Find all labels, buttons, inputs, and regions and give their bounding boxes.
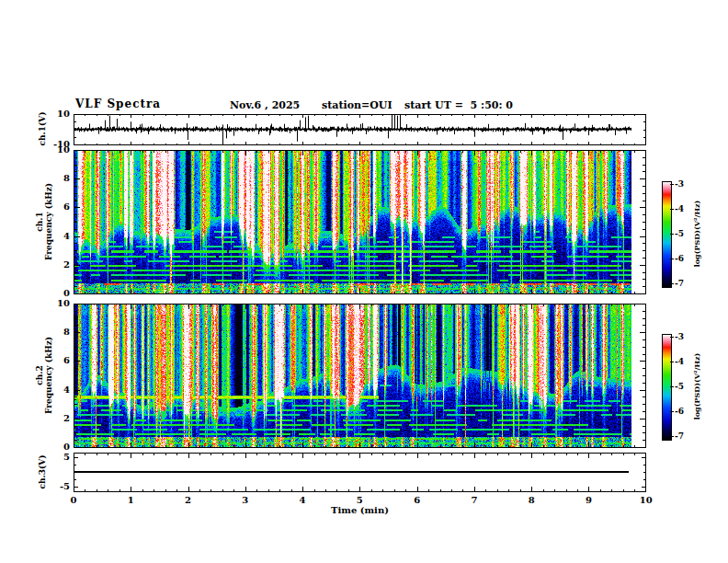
ch1-freq-tick-label: 4 <box>40 231 70 241</box>
ch2-freq-tick-label: 8 <box>40 327 70 337</box>
figure-date: Nov.6 , 2025 <box>230 99 300 111</box>
colorbar-ch2 <box>662 334 672 441</box>
freq-unit-label: Frequency (kHz) <box>44 337 53 414</box>
colorbar-tick-label: -4 <box>675 204 684 213</box>
time-tick-label: 10 <box>628 495 665 505</box>
colorbar-tick-mark <box>670 337 674 338</box>
ch3-volt-tick-label: 5 <box>40 452 70 462</box>
ch3-volt-tick-label: -5 <box>40 481 70 491</box>
colorbar-tick-label: -5 <box>675 229 684 238</box>
colorbar-tick-label: -7 <box>675 279 684 288</box>
colorbar-ch2-label: log(PSD)(V²/Hz) <box>692 353 701 420</box>
ch1-freq-axis-label: ch.1 Frequency (kHz) <box>35 183 53 260</box>
time-tick-label: 7 <box>456 495 493 505</box>
ch2-freq-tick-label: 4 <box>40 385 70 395</box>
time-tick-label: 5 <box>341 495 378 505</box>
ch1-volt-tick-label: 10 <box>40 109 70 119</box>
figure-station: station=OUI <box>322 99 392 111</box>
ch1-freq-tick-label: 10 <box>40 144 70 155</box>
ch1-freq-tick-label: 2 <box>40 259 70 270</box>
colorbar-tick-label: -7 <box>675 431 684 441</box>
colorbar-tick-mark <box>670 209 674 210</box>
colorbar-tick-label: -5 <box>675 382 684 391</box>
colorbar-tick-mark <box>670 362 674 362</box>
colorbar-tick-label: -3 <box>675 179 684 189</box>
time-tick-label: 4 <box>284 495 321 505</box>
ch2-label: ch.2 <box>35 337 44 414</box>
colorbar-tick-mark <box>670 436 674 437</box>
ch2-freq-axis-label: ch.2 Frequency (kHz) <box>35 337 53 414</box>
ch2-freq-tick-label: 0 <box>40 442 70 452</box>
colorbar-ch1-label: log(PSD)(V²/Hz) <box>692 201 701 268</box>
colorbar-tick-label: -4 <box>675 357 684 366</box>
colorbar-tick-mark <box>670 234 674 235</box>
colorbar-tick-label: -6 <box>675 254 684 263</box>
figure-title: VLF Spectra <box>75 98 161 110</box>
colorbar-tick-mark <box>670 411 674 412</box>
time-axis-label: Time (min) <box>74 505 646 515</box>
ch1-spectrogram-plot <box>74 150 646 294</box>
ch1-freq-tick-label: 0 <box>40 288 70 298</box>
ch2-freq-tick-label: 10 <box>40 298 70 308</box>
colorbar-tick-mark <box>670 184 674 185</box>
colorbar-ch1 <box>662 181 672 288</box>
colorbar-tick-mark <box>670 259 674 259</box>
time-tick-label: 0 <box>55 495 92 505</box>
ch2-freq-tick-label: 6 <box>40 355 70 365</box>
time-tick-label: 6 <box>399 495 436 505</box>
time-tick-label: 2 <box>170 495 207 505</box>
ch2-freq-tick-label: 2 <box>40 413 70 423</box>
time-tick-label: 8 <box>513 495 550 505</box>
colorbar-tick-label: -6 <box>675 407 684 416</box>
ch1-freq-tick-label: 6 <box>40 201 70 212</box>
time-tick-label: 3 <box>227 495 264 505</box>
ch3-waveform-plot <box>74 453 646 492</box>
freq-unit-label: Frequency (kHz) <box>44 183 53 260</box>
vlf-spectra-page: { "header": { "title": "VLF Spectra", "d… <box>0 0 728 563</box>
colorbar-tick-mark <box>670 386 674 387</box>
ch1-waveform-plot <box>74 114 646 145</box>
ch1-label: ch.1 <box>35 183 44 260</box>
time-tick-label: 1 <box>112 495 149 505</box>
figure-start-ut: start UT = 5 :50: 0 <box>404 99 513 111</box>
ch2-spectrogram-plot <box>74 304 646 448</box>
ch1-freq-tick-label: 8 <box>40 173 70 183</box>
time-tick-label: 9 <box>570 495 607 505</box>
colorbar-tick-label: -3 <box>675 332 684 341</box>
colorbar-tick-mark <box>670 283 674 284</box>
